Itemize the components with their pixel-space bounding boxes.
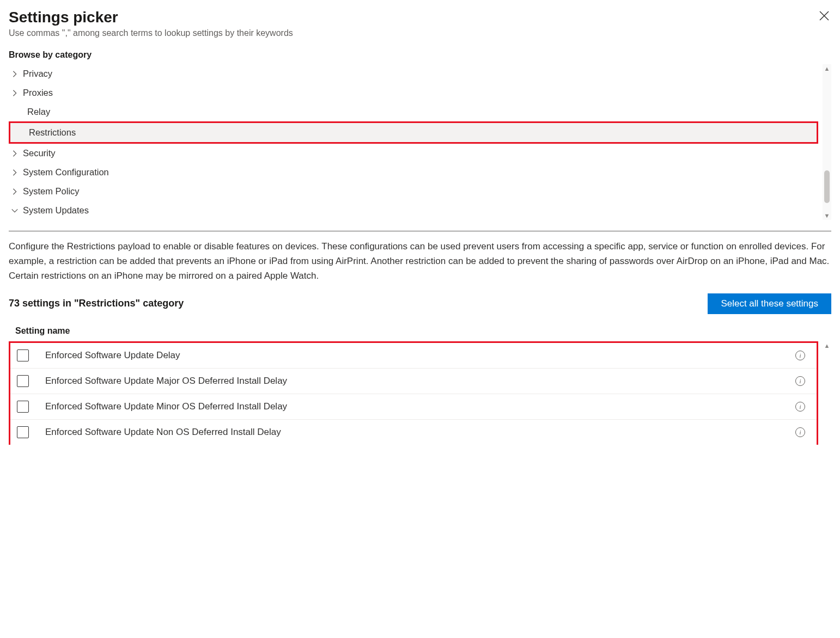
setting-name-label: Enforced Software Update Major OS Deferr… [45,376,810,387]
info-icon[interactable]: i [795,402,805,412]
browse-by-category-label: Browse by category [9,50,831,60]
setting-row[interactable]: Enforced Software Update Major OS Deferr… [10,369,817,394]
category-label: Proxies [23,88,53,98]
category-scrollbar[interactable]: ▲ ▼ [823,64,831,220]
setting-name-column-header[interactable]: Setting name [9,322,831,341]
scroll-thumb[interactable] [824,170,830,203]
chevron-right-icon [11,89,23,97]
settings-header: 73 settings in "Restrictions" category S… [9,293,831,314]
chevron-right-icon [11,70,23,78]
category-label: System Updates [23,205,89,216]
category-label: System Configuration [23,167,109,177]
header-left: Settings picker Use commas "," among sea… [9,9,817,46]
setting-checkbox[interactable] [17,401,29,413]
chevron-right-icon [11,188,23,195]
setting-row[interactable]: Enforced Software Update Delayi [10,343,817,369]
category-label: Privacy [23,69,52,79]
select-all-button[interactable]: Select all these settings [708,293,831,314]
setting-row[interactable]: Enforced Software Update Non OS Deferred… [10,420,817,445]
divider [9,231,831,231]
category-label: Restrictions [29,127,76,138]
category-description: Configure the Restrictions payload to en… [9,239,831,284]
settings-list: Enforced Software Update DelayiEnforced … [9,341,818,445]
info-icon[interactable]: i [795,427,805,437]
category-item-privacy[interactable]: Privacy [9,64,818,83]
page-subtitle: Use commas "," among search terms to loo… [9,28,817,38]
category-item-restrictions[interactable]: Restrictions [9,121,818,144]
header: Settings picker Use commas "," among sea… [9,9,831,46]
setting-checkbox[interactable] [17,349,29,361]
setting-checkbox[interactable] [17,426,29,438]
category-label: System Policy [23,186,80,197]
setting-row[interactable]: Enforced Software Update Minor OS Deferr… [10,394,817,420]
setting-name-label: Enforced Software Update Non OS Deferred… [45,427,810,438]
settings-table: Enforced Software Update DelayiEnforced … [9,341,831,445]
category-item-system-configuration[interactable]: System Configuration [9,163,818,182]
chevron-down-icon [11,207,23,214]
page-title: Settings picker [9,9,817,26]
setting-name-label: Enforced Software Update Minor OS Deferr… [45,401,810,412]
category-item-relay[interactable]: Relay [9,102,818,121]
category-item-system-updates[interactable]: System Updates [9,201,818,220]
scroll-down-icon[interactable]: ▼ [824,211,830,220]
category-label: Security [23,148,56,158]
info-icon[interactable]: i [795,351,805,360]
chevron-right-icon [11,150,23,157]
close-icon [819,11,829,23]
chevron-right-icon [11,169,23,176]
settings-count-label: 73 settings in "Restrictions" category [9,298,184,309]
category-item-proxies[interactable]: Proxies [9,83,818,102]
scroll-up-icon[interactable]: ▲ [824,64,830,73]
category-item-system-policy[interactable]: System Policy [9,182,818,201]
scroll-up-icon[interactable]: ▲ [824,341,830,350]
category-tree: PrivacyProxiesRelayRestrictionsSecurityS… [9,64,831,220]
setting-name-label: Enforced Software Update Delay [45,350,810,361]
settings-scrollbar[interactable]: ▲ [823,341,831,445]
category-item-security[interactable]: Security [9,144,818,163]
category-label: Relay [27,107,50,117]
close-button[interactable] [817,9,831,24]
setting-checkbox[interactable] [17,375,29,387]
info-icon[interactable]: i [795,376,805,386]
